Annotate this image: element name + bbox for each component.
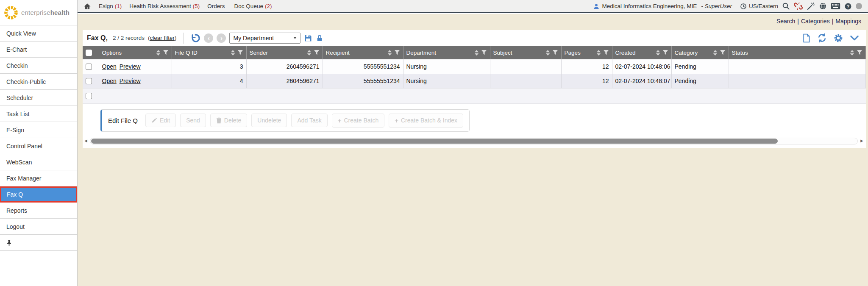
sidebar-item-e-chart[interactable]: E-Chart	[0, 42, 77, 58]
sidebar-item-reports[interactable]: Reports	[0, 203, 77, 219]
column-header-created[interactable]: Created	[612, 46, 671, 59]
empty-selection-row	[83, 88, 866, 103]
main-content: Search|Categories|Mappings Fax Q, 2 / 2 …	[78, 14, 868, 286]
timezone[interactable]: US/Eastern	[740, 3, 778, 10]
sidebar-item-checkin[interactable]: Checkin	[0, 58, 77, 74]
user-icon	[593, 3, 600, 10]
created-cell: 02-07-2024 10:48:06	[612, 59, 671, 74]
table-row: OpenPreview 4 2604596271 55555551234 Nur…	[83, 74, 866, 88]
brand-logo[interactable]: enterprisehealth	[0, 0, 77, 25]
scrollbar-thumb[interactable]	[91, 139, 778, 144]
row-checkbox[interactable]	[86, 78, 92, 84]
broken-link-icon[interactable]	[794, 2, 803, 11]
sidebar-item-control-panel[interactable]: Control Panel	[0, 138, 77, 154]
delete-button[interactable]: Delete	[210, 114, 247, 127]
toolbar-divider	[183, 33, 184, 44]
sidebar-item-logout[interactable]: Logout	[0, 219, 77, 235]
new-document-icon[interactable]	[802, 33, 810, 43]
lock-icon[interactable]	[316, 34, 323, 42]
open-link[interactable]: Open	[102, 63, 117, 70]
plus-icon: +	[395, 117, 398, 124]
column-header-recipient[interactable]: Recipient	[323, 46, 403, 59]
timezone-label: US/Eastern	[749, 3, 778, 9]
sidebar-pin-row	[0, 235, 77, 251]
record-count: 2 / 2 records	[113, 35, 145, 41]
sidebar-item-checkin-public[interactable]: Checkin-Public	[0, 74, 77, 90]
status-dot[interactable]	[856, 3, 862, 9]
preview-link[interactable]: Preview	[120, 63, 141, 70]
column-header-subject[interactable]: Subject	[490, 46, 561, 59]
nav-hra-label: Health Risk Assessment	[129, 3, 191, 9]
sort-icon	[596, 50, 601, 56]
search-link[interactable]: Search	[776, 18, 795, 25]
table-header-row: Options File Q ID Sender Recipient Depar…	[83, 46, 866, 59]
clear-filter-link[interactable]: clear filter	[150, 35, 175, 41]
filter-icon	[720, 50, 726, 56]
nav-esign[interactable]: Esign (1)	[99, 3, 122, 9]
row-checkbox[interactable]	[86, 93, 92, 99]
column-header-pages[interactable]: Pages	[561, 46, 612, 59]
nav-orders[interactable]: Orders	[207, 3, 226, 9]
column-header-options[interactable]: Options	[99, 46, 172, 59]
column-header-status[interactable]: Status	[729, 46, 866, 59]
open-link[interactable]: Open	[102, 78, 117, 84]
column-header-file-q-id[interactable]: File Q ID	[172, 46, 246, 59]
department-select-value: My Department	[233, 35, 274, 42]
scroll-left-arrow[interactable]: ◄	[83, 139, 88, 143]
account-info[interactable]: Medical Informatics Engineering, MIE - S…	[593, 3, 732, 10]
wand-icon[interactable]	[807, 2, 815, 11]
create-batch-index-button[interactable]: + Create Batch & Index	[389, 114, 463, 128]
scroll-right-arrow[interactable]: ►	[860, 139, 864, 143]
filter-icon	[394, 50, 400, 56]
help-icon[interactable]: ?	[844, 3, 852, 10]
create-batch-button[interactable]: + Create Batch	[332, 114, 384, 128]
department-cell: Nursing	[403, 59, 490, 74]
sidebar-item-scheduler[interactable]: Scheduler	[0, 90, 77, 106]
plus-icon: +	[338, 117, 342, 124]
enterprise-health-logo-icon	[3, 5, 19, 21]
keyboard-icon[interactable]	[831, 3, 840, 10]
edit-button[interactable]: Edit	[145, 114, 176, 127]
pushpin-icon[interactable]	[6, 239, 12, 246]
search-icon[interactable]	[782, 2, 790, 10]
categories-link[interactable]: Categories	[801, 18, 830, 25]
gear-icon[interactable]	[834, 33, 843, 43]
department-select[interactable]: My Department	[229, 33, 300, 44]
row-checkbox[interactable]	[86, 64, 92, 70]
column-header-department[interactable]: Department	[403, 46, 490, 59]
sidebar-item-webscan[interactable]: WebScan	[0, 154, 77, 170]
save-filter-icon[interactable]	[304, 34, 312, 42]
filter-icon	[857, 50, 862, 56]
sidebar-item-fax-q[interactable]: Fax Q	[0, 186, 77, 203]
sidebar-item-e-sign[interactable]: E-Sign	[0, 122, 77, 138]
sort-icon	[156, 50, 161, 56]
undelete-button[interactable]: Undelete	[251, 114, 287, 127]
undo-icon[interactable]	[190, 33, 200, 43]
mappings-link[interactable]: Mappings	[835, 18, 861, 25]
add-task-button[interactable]: Add Task	[291, 114, 327, 127]
sidebar-item-fax-manager[interactable]: Fax Manager	[0, 170, 77, 186]
nav-doc-queue[interactable]: Doc Queue (2)	[234, 3, 272, 9]
preview-link[interactable]: Preview	[120, 78, 141, 84]
refresh-icon[interactable]	[817, 33, 827, 43]
home-icon[interactable]	[83, 3, 91, 10]
scrollbar-track[interactable]	[90, 138, 858, 144]
column-header-sender[interactable]: Sender	[246, 46, 323, 59]
sender-cell: 2604596271	[246, 59, 323, 74]
sidebar-item-task-list[interactable]: Task List	[0, 106, 77, 122]
nav-health-risk-assessment[interactable]: Health Risk Assessment (5)	[129, 3, 200, 9]
globe-icon[interactable]	[819, 2, 827, 10]
next-page-button[interactable]: ›	[217, 33, 226, 43]
filter-icon	[481, 50, 487, 56]
pages-cell: 12	[561, 74, 612, 88]
status-cell	[729, 59, 866, 74]
status-cell	[729, 74, 866, 88]
sidebar-item-quick-view[interactable]: Quick View	[0, 25, 77, 42]
collapse-chevron-icon[interactable]	[850, 35, 859, 42]
select-all-checkbox[interactable]	[86, 50, 92, 56]
column-header-category[interactable]: Category	[671, 46, 729, 59]
svg-text:?: ?	[847, 3, 849, 8]
prev-page-button[interactable]: ‹	[204, 33, 213, 43]
fax-q-table: Options File Q ID Sender Recipient Depar…	[83, 46, 866, 104]
send-button[interactable]: Send	[180, 114, 206, 127]
